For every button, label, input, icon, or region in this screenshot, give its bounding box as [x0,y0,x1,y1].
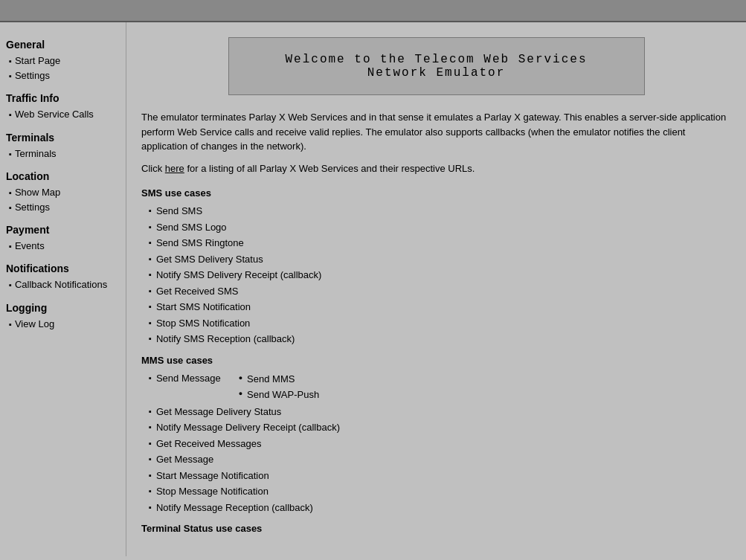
sidebar-item: ▪View Log [6,317,120,332]
list-bullet-icon: ▪ [149,316,152,330]
bullet-icon: ▪ [9,108,12,121]
welcome-title: Welcome to the Telecom Web Services Netw… [251,53,622,80]
sub-list-item: ●Send MMS [239,371,320,387]
list-item-label: Send SMS [156,204,202,219]
main-layout: General▪Start Page▪SettingsTraffic Info▪… [0,22,746,556]
list-item-label: Send SMS Ringtone [156,236,244,251]
list-item: ▪Notify SMS Reception (callback) [149,331,731,347]
list-item: ▪Stop Message Notification [149,483,731,500]
sidebar-section-traffic-info: Traffic Info [6,92,120,104]
sidebar-link[interactable]: Web Service Calls [15,108,94,121]
use-case-section: MMS use cases▪Send Message●Send MMS●Send… [141,355,731,516]
list-item-label: Start Message Notification [156,469,269,483]
list-item: ▪Send Message●Send MMS●Send WAP-Push [149,370,731,404]
sidebar-item: ▪Web Service Calls [6,107,120,122]
sidebar-item: ▪Events [6,239,120,254]
sidebar-link[interactable]: View Log [15,318,54,331]
bullet-icon: ▪ [9,69,12,83]
sidebar-section-location: Location [6,170,120,182]
list-item-label: Get Message [156,452,213,467]
sub-item-label: Send MMS [247,372,295,387]
bullet-icon: ▪ [9,318,12,331]
list-item-label: Send SMS Logo [156,220,227,235]
sidebar-item: ▪Show Map [6,185,120,200]
use-case-title: Terminal Status use cases [141,523,731,534]
sidebar-item: ▪Start Page [6,54,120,68]
sidebar-item: ▪Callback Notifications [6,277,120,292]
list-bullet-icon: ▪ [149,484,152,498]
sidebar-link[interactable]: Callback Notifications [15,278,107,292]
list-item: ▪Notify SMS Delivery Receipt (callback) [149,267,731,283]
list-item: ▪Get Message Delivery Status [149,404,731,420]
list-item: ▪Send SMS Logo [149,219,731,236]
description-line1: The emulator terminates Parlay X Web Ser… [141,110,731,154]
list-item-label: Notify SMS Delivery Receipt (callback) [156,268,322,283]
list-bullet-icon: ▪ [149,300,152,314]
sidebar-item: ▪Terminals [6,147,120,161]
bullet-icon: ▪ [9,201,12,214]
bullet-icon: ▪ [9,186,12,199]
list-bullet-icon: ▪ [149,420,152,434]
sub-bullet-icon: ● [239,372,242,384]
sub-list: ●Send MMS●Send WAP-Push [221,371,320,403]
header [0,0,746,22]
use-case-list: ▪Send Message●Send MMS●Send WAP-Push▪Get… [141,370,731,516]
list-item-label: Stop SMS Notification [156,316,250,331]
sidebar-section-payment: Payment [6,224,120,236]
list-bullet-icon: ▪ [149,469,152,483]
list-item: ▪Start SMS Notification [149,299,731,315]
sidebar-link[interactable]: Settings [15,69,50,83]
list-bullet-icon: ▪ [149,204,152,218]
use-cases-container: SMS use cases▪Send SMS▪Send SMS Logo▪Sen… [141,187,731,534]
description-line2: Click here for a listing of all Parlay X… [141,161,731,176]
sidebar-item: ▪Settings [6,68,120,83]
content-area: Welcome to the Telecom Web Services Netw… [126,22,746,556]
description: The emulator terminates Parlay X Web Ser… [141,110,731,176]
list-bullet-icon: ▪ [149,437,152,451]
sidebar-section-general: General [6,39,120,51]
list-item-label: Get Received Messages [156,437,262,451]
list-item: ▪Stop SMS Notification [149,315,731,332]
here-link[interactable]: here [165,163,184,174]
list-bullet-icon: ▪ [149,236,152,250]
list-item-label: Send Message [156,371,221,386]
list-item-label: Get SMS Delivery Status [156,252,263,267]
sidebar-link[interactable]: Show Map [15,186,60,199]
sidebar-item: ▪Settings [6,200,120,215]
list-item-label: Stop Message Notification [156,484,269,499]
bullet-icon: ▪ [9,278,12,292]
list-item: ▪Send SMS [149,203,731,219]
list-item-label: Get Message Delivery Status [156,405,281,419]
list-item-label: Notify Message Reception (callback) [156,501,313,515]
list-item-label: Notify SMS Reception (callback) [156,332,295,347]
sidebar-link[interactable]: Events [15,239,45,253]
list-bullet-icon: ▪ [149,284,152,298]
sub-bullet-icon: ● [239,387,242,400]
bullet-icon: ▪ [9,147,12,161]
use-case-title: MMS use cases [141,355,731,366]
list-item: ▪Get SMS Delivery Status [149,251,731,268]
sidebar-link[interactable]: Settings [15,201,50,214]
sidebar-section-logging: Logging [6,302,120,314]
sidebar-section-terminals: Terminals [6,132,120,144]
list-bullet-icon: ▪ [149,268,152,282]
list-bullet-icon: ▪ [149,501,152,515]
list-bullet-icon: ▪ [149,252,152,266]
use-case-section: Terminal Status use cases [141,523,731,534]
list-bullet-icon: ▪ [149,332,152,346]
list-item-label: Start SMS Notification [156,300,251,315]
list-bullet-icon: ▪ [149,371,152,385]
use-case-section: SMS use cases▪Send SMS▪Send SMS Logo▪Sen… [141,187,731,347]
bullet-icon: ▪ [9,239,12,253]
list-item: ▪Notify Message Delivery Receipt (callba… [149,419,731,436]
list-item-label: Notify Message Delivery Receipt (callbac… [156,420,340,435]
list-item-label: Get Received SMS [156,284,239,299]
list-bullet-icon: ▪ [149,220,152,234]
use-case-title: SMS use cases [141,187,731,199]
sidebar-link[interactable]: Terminals [15,147,57,161]
list-item: ▪Get Message [149,451,731,468]
list-item: ▪Send SMS Ringtone [149,235,731,251]
sidebar-link[interactable]: Start Page [15,54,60,68]
use-case-list: ▪Send SMS▪Send SMS Logo▪Send SMS Rington… [141,203,731,347]
list-bullet-icon: ▪ [149,452,152,466]
